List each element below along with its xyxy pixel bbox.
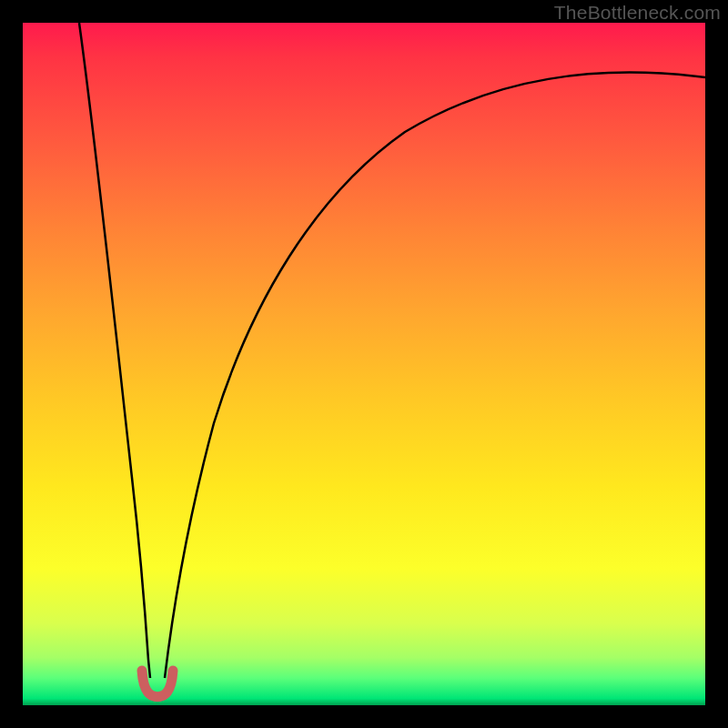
curve-layer [23, 23, 705, 705]
curve-right-branch [165, 73, 705, 678]
curve-left-branch [79, 23, 150, 678]
watermark-text: TheBottleneck.com [554, 2, 721, 24]
optimal-marker [142, 671, 173, 697]
plot-area [23, 23, 705, 705]
bottleneck-chart: TheBottleneck.com [0, 0, 728, 728]
